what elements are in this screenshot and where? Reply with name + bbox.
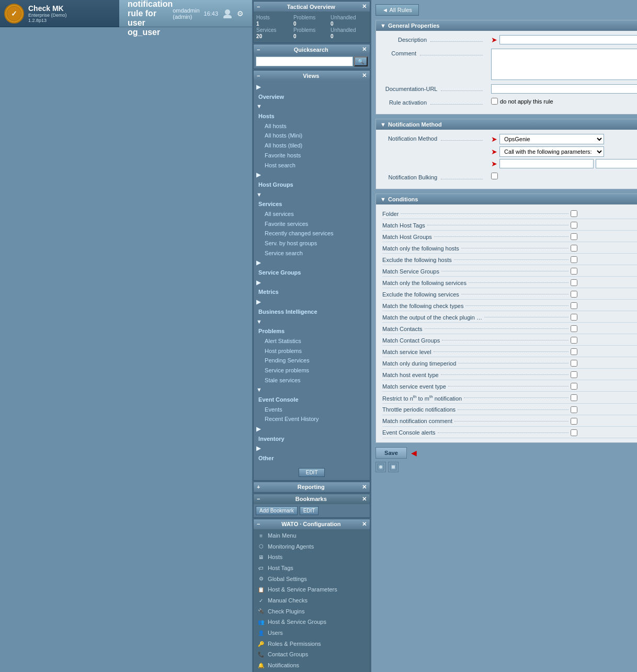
wato-hosts[interactable]: 🖥Hosts (255, 552, 369, 563)
sidebar-item-alert-statistics[interactable]: Alert Statistics (263, 336, 367, 346)
api-key-input[interactable]: e271d965-a831-4c28-8afa-920 (499, 159, 594, 168)
condition-match-service-groups-checkbox[interactable] (571, 268, 577, 275)
minus-icon-qs: − (257, 47, 260, 53)
views-edit-button[interactable]: EDIT (299, 468, 325, 477)
settings-icon[interactable]: ⚙ (237, 9, 244, 18)
condition-folder-checkbox[interactable] (571, 210, 577, 217)
condition-match-contacts-checkbox[interactable] (571, 325, 577, 332)
condition-match-host-groups-checkbox[interactable] (571, 233, 577, 240)
sidebar-item-service-groups[interactable]: ▶ Service Groups (256, 258, 367, 277)
username[interactable]: omdadmin (admin) (173, 7, 199, 20)
sidebar-item-hosts[interactable]: ▼ Hosts (256, 101, 367, 121)
sidebar-item-event-console[interactable]: ▼ Event Console (256, 385, 367, 404)
condition-match-timeperiod-checkbox[interactable] (571, 360, 577, 367)
bookmarks-header[interactable]: − Bookmarks ✕ (254, 494, 370, 504)
sidebar-item-services[interactable]: ▼ Services (256, 190, 367, 209)
views-header[interactable]: − Views ✕ (254, 71, 370, 81)
wato-main-menu[interactable]: ≡Main Menu (255, 530, 369, 541)
close-bookmarks-icon[interactable]: ✕ (362, 496, 367, 503)
condition-match-host-tags-checkbox[interactable] (571, 222, 577, 229)
sidebar-item-other[interactable]: ▶ Other (256, 443, 367, 463)
sidebar-item-problems[interactable]: ▼ Problems (256, 317, 367, 336)
condition-match-service-event-type-checkbox[interactable] (571, 383, 577, 390)
close-views-icon[interactable]: ✕ (362, 72, 367, 79)
bookmarks-edit-button[interactable]: EDIT (300, 506, 319, 515)
sidebar-item-all-services[interactable]: All services (263, 209, 367, 219)
sidebar-item-favorite-hosts[interactable]: Favorite hosts (263, 151, 367, 161)
sidebar-item-host-search[interactable]: Host search (263, 161, 367, 170)
description-input[interactable]: OpsGenie (499, 35, 637, 44)
wato-monitoring-agents[interactable]: ⬡Monitoring Agents (255, 541, 369, 552)
close-wato-icon[interactable]: ✕ (362, 521, 367, 528)
condition-match-notification-comment-checkbox[interactable] (571, 418, 577, 425)
sidebar-item-overview[interactable]: ▶ Overview (256, 82, 367, 101)
wato-host-service-groups[interactable]: 👥Host & Service Groups (255, 617, 369, 628)
sidebar-item-pending-services[interactable]: Pending Services (263, 356, 367, 366)
user-icon[interactable] (222, 8, 233, 19)
sidebar-item-service-search[interactable]: Service search (263, 248, 367, 258)
quicksearch-header[interactable]: − Quicksearch ✕ (254, 44, 370, 54)
close-qs-icon[interactable]: ✕ (362, 46, 367, 53)
sidebar-item-metrics[interactable]: ▶ Metrics (256, 278, 367, 297)
condition-exclude-services-checkbox[interactable] (571, 291, 577, 298)
notification-method-select[interactable]: OpsGenie (499, 134, 604, 144)
sidebar-item-host-groups[interactable]: ▶ Host Groups (256, 170, 367, 189)
wato-manual-checks[interactable]: ✓Manual Checks (255, 595, 369, 606)
condition-match-service-level-checkbox[interactable] (571, 348, 577, 355)
condition-throttle-periodic-checkbox[interactable] (571, 406, 577, 413)
collapse-nm-icon[interactable]: ▼ (380, 121, 386, 128)
sidebar-item-host-problems[interactable]: Host problems (263, 346, 367, 356)
sidebar-item-inventory[interactable]: ▶ Inventory (256, 424, 367, 443)
add-bookmark-button[interactable]: Add Bookmark (256, 506, 298, 515)
condition-match-check-types-checkbox[interactable] (571, 302, 577, 309)
search-button[interactable]: 🔍 (354, 56, 368, 66)
save-button[interactable]: Save (376, 447, 407, 459)
sidebar-item-bi[interactable]: ▶ Business Intelligence (256, 297, 367, 316)
condition-exclude-hosts-checkbox[interactable] (571, 256, 577, 263)
notification-bulking-checkbox[interactable] (491, 173, 498, 179)
condition-match-only-services-checkbox[interactable] (571, 279, 577, 286)
collapse-gp-icon[interactable]: ▼ (380, 22, 386, 29)
sidebar-item-all-hosts-tiled[interactable]: All hosts (tiled) (263, 141, 367, 151)
wato-host-tags[interactable]: 🏷Host Tags (255, 563, 369, 574)
close-reporting-icon[interactable]: ✕ (362, 484, 367, 491)
condition-event-console-alerts-checkbox[interactable] (571, 429, 577, 436)
wato-roles-permissions[interactable]: 🔑Roles & Permissions (255, 639, 369, 650)
wato-notifications[interactable]: 🔔Notifications (255, 660, 369, 671)
all-rules-button[interactable]: ◄ All Rules (376, 4, 419, 16)
search-input[interactable] (256, 56, 353, 66)
condition-match-host-event-type-checkbox[interactable] (571, 371, 577, 378)
sidebar-item-service-problems[interactable]: Service problems (263, 366, 367, 375)
documentation-url-input[interactable] (491, 84, 637, 94)
api-key-suffix-input[interactable] (596, 159, 637, 168)
reporting-header[interactable]: + Reporting ✕ (254, 482, 370, 492)
sidebar-item-stale-services[interactable]: Stale services (263, 375, 367, 385)
condition-match-only-hosts-checkbox[interactable] (571, 245, 577, 252)
sidebar-item-all-hosts-mini[interactable]: All hosts (Mini) (263, 131, 367, 141)
condition-restrict-nth-mth-checkbox[interactable] (571, 394, 577, 401)
condition-match-check-output-checkbox[interactable] (571, 314, 577, 321)
collapse-cond-icon[interactable]: ▼ (380, 196, 386, 202)
sidebar-item-recent-event-history[interactable]: Recent Event History (263, 414, 367, 424)
bottom-icon-2[interactable] (388, 462, 399, 472)
wato-host-service-parameters[interactable]: 📋Host & Service Parameters (255, 584, 369, 595)
rule-activation-checkbox[interactable] (491, 98, 498, 105)
wato-header[interactable]: − WATO · Configuration ✕ (254, 519, 370, 529)
app-logo[interactable]: ✓ (4, 4, 24, 24)
close-tactical-icon[interactable]: ✕ (362, 3, 367, 10)
sidebar-item-serv-by-host-groups[interactable]: Serv. by host groups (263, 238, 367, 248)
comment-textarea[interactable] (491, 49, 637, 80)
wato-check-plugins[interactable]: 🔌Check Plugins (255, 606, 369, 617)
condition-match-only-services: Match only the following services (382, 278, 637, 288)
sidebar-item-favorite-services[interactable]: Favorite services (263, 219, 367, 229)
tactical-overview-header[interactable]: − Tactical Overview ✕ (254, 2, 370, 12)
call-params-select[interactable]: Call with the following parameters: (499, 146, 604, 157)
wato-users[interactable]: 👤Users (255, 628, 369, 639)
wato-contact-groups[interactable]: 📞Contact Groups (255, 649, 369, 660)
sidebar-item-all-hosts[interactable]: All hosts (263, 121, 367, 131)
sidebar-item-events[interactable]: Events (263, 405, 367, 415)
condition-match-contact-groups-checkbox[interactable] (571, 337, 577, 344)
bottom-icon-1[interactable] (376, 462, 386, 472)
sidebar-item-recently-changed[interactable]: Recently changed services (263, 229, 367, 238)
wato-global-settings[interactable]: ⚙Global Settings (255, 574, 369, 585)
